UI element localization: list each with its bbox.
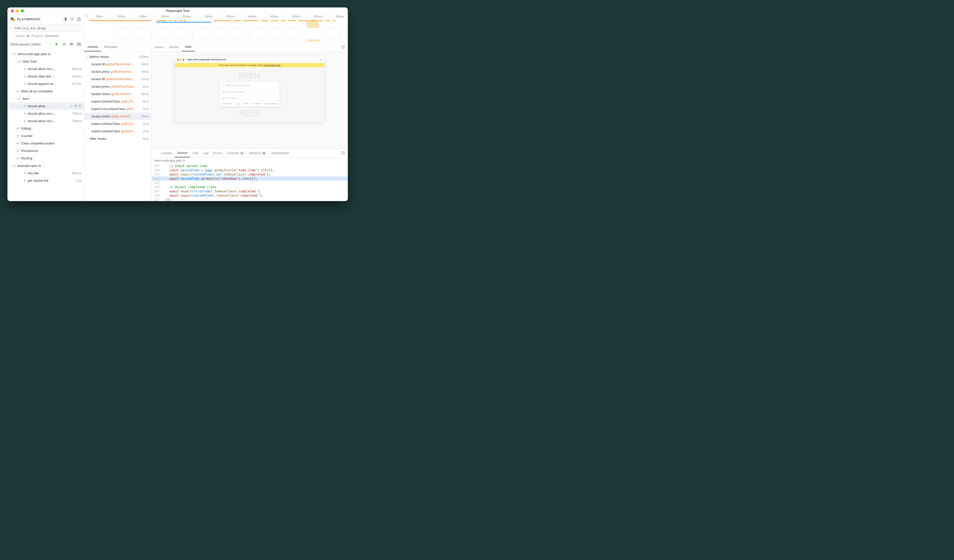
split-view-icon[interactable] <box>340 150 346 156</box>
tree-row[interactable]: ⌄ ✓demo-todo-app.spec.ts <box>8 50 84 58</box>
chevron-icon[interactable]: ⌄ <box>16 97 19 100</box>
pick-locator-icon[interactable] <box>154 150 159 156</box>
timeline-tick: 350ms <box>226 15 235 18</box>
tree-row[interactable]: ⌄ ✓example.spec.ts <box>8 162 84 169</box>
tab-after[interactable]: After <box>182 43 195 51</box>
tree-row[interactable]: ✓should append ne…927ms <box>8 80 84 87</box>
tab-call[interactable]: Call <box>190 149 201 157</box>
tree-row[interactable]: › ✓Counter <box>8 132 84 140</box>
tab-actions[interactable]: Actions <box>84 43 101 51</box>
test-tree[interactable]: ⌄ ✓demo-todo-app.spec.ts⌄ ✓New Todo✓shou… <box>8 49 84 201</box>
action-row[interactable]: expect.not.toHaveClass getB…2ms <box>84 105 151 112</box>
timeline-frame[interactable] <box>230 28 246 40</box>
tab-attachments[interactable]: Attachments <box>269 149 292 157</box>
theme-toggle-icon[interactable] <box>62 16 68 22</box>
action-row[interactable]: locator.fill getByPlaceholder…18ms <box>84 60 151 68</box>
timeline-tick: 250ms <box>182 15 191 18</box>
timeline-frame[interactable] <box>268 28 284 40</box>
action-name: locator.press getByPlacehold… <box>92 85 141 89</box>
watch-icon[interactable] <box>69 42 74 47</box>
chevron-icon[interactable]: ⌄ <box>11 52 13 56</box>
tree-row[interactable]: ✓should allow me t…740ms <box>8 110 84 117</box>
action-row[interactable]: locator.press getByPlacehold…8ms <box>84 82 151 90</box>
tree-row[interactable]: ⌄ ✓Item <box>8 95 84 102</box>
timeline-frame[interactable] <box>306 28 321 40</box>
tree-row[interactable]: ✓has title591ms <box>8 169 84 177</box>
tab-metadata[interactable]: Metadata <box>101 43 120 51</box>
action-name: After Hooks <box>89 137 141 140</box>
tree-row[interactable]: › ✓Mark all as completed <box>8 87 84 95</box>
tab-network[interactable]: Network6 <box>247 149 269 157</box>
timeline-frame[interactable] <box>192 28 208 40</box>
timeline-frame[interactable] <box>154 28 170 40</box>
tree-label: Counter <box>21 134 82 138</box>
action-row[interactable]: expect.toHaveClass getByTe…4ms <box>84 98 151 105</box>
run-icon[interactable]: ▷ <box>71 104 73 108</box>
code-line: 147 }); <box>151 198 348 201</box>
action-row[interactable]: locator.check getByTestId('t…55ms <box>84 90 151 98</box>
show-browser-icon[interactable]: ⧉ <box>75 104 77 108</box>
popout-icon[interactable] <box>340 44 346 50</box>
watch-icon[interactable]: 👁 <box>78 104 82 108</box>
todos-heading: todos <box>175 70 324 80</box>
tree-row[interactable]: ⌄ ✓New Todo <box>8 58 84 65</box>
tree-row[interactable]: ✓should allow me t…708ms <box>8 117 84 124</box>
timeline-frame[interactable] <box>136 28 151 40</box>
timeline-frame[interactable] <box>117 28 132 40</box>
tree-row[interactable]: › ✓Clear completed button <box>8 140 84 147</box>
timeline-frame[interactable] <box>324 28 340 40</box>
collapse-icon[interactable] <box>76 42 82 47</box>
tree-row[interactable]: › ✓Persistence <box>8 147 84 154</box>
timeline[interactable]: 050ms100ms150ms200ms250ms300ms350ms400ms… <box>84 14 348 43</box>
svg-rect-5 <box>78 43 81 45</box>
chevron-icon[interactable]: ⌄ <box>11 164 13 167</box>
tab-errors[interactable]: Errors <box>211 149 224 157</box>
action-row[interactable]: ›Before Hooks330ms <box>84 53 151 60</box>
tab-log[interactable]: Log <box>201 149 211 157</box>
run-all-icon[interactable] <box>54 42 59 47</box>
chevron-right-icon[interactable]: › <box>10 26 11 30</box>
page-snapshot: ≡ This is just a demo of TodoMVC for tes… <box>175 56 324 121</box>
tree-row[interactable]: ✓should clear text …839ms <box>8 73 84 80</box>
code-line: 145 await expect(firstTodo).toHaveClass(… <box>151 189 348 193</box>
action-row[interactable]: expect.toHaveClass getByTe…2ms <box>84 128 151 135</box>
timeline-frame[interactable] <box>211 28 227 40</box>
chevron-icon[interactable]: ⌄ <box>16 59 19 63</box>
timeline-tick: 50ms <box>96 15 103 18</box>
layout-toggle-icon[interactable] <box>76 16 82 22</box>
actions-list[interactable]: ›Before Hooks330mslocator.fill getByPlac… <box>84 51 151 201</box>
action-duration: 3ms <box>143 122 149 126</box>
tab-source[interactable]: Source <box>175 149 190 157</box>
check-icon: ✓ <box>23 67 26 71</box>
timeline-frame[interactable] <box>173 28 189 40</box>
action-row[interactable]: locator.check getByTestId('t…28ms <box>84 112 151 120</box>
tree-label: should allow me t… <box>28 67 70 71</box>
action-row[interactable]: ›After Hooks5ms <box>84 135 151 142</box>
stop-icon[interactable] <box>61 42 67 47</box>
source-code[interactable]: 139 // Check second item.140 const secon… <box>151 164 348 201</box>
action-row[interactable]: locator.fill getByPlaceholder(…11ms <box>84 75 151 82</box>
check-icon: ✓ <box>17 134 20 138</box>
check-icon: ✓ <box>17 89 20 93</box>
duration: 591ms <box>72 171 82 175</box>
tab-before[interactable]: Before <box>167 43 182 51</box>
action-name: expect.toHaveClass getByTe… <box>92 129 141 133</box>
tree-row[interactable]: ✓should allow …▷⧉👁 <box>8 102 84 110</box>
tree-row[interactable]: › ✓Routing <box>8 154 84 162</box>
tree-row[interactable]: ✓get started link1.0s <box>8 177 84 184</box>
tab-console[interactable]: Console1 <box>224 149 247 157</box>
tab-locator[interactable]: Locator <box>159 149 175 157</box>
tab-action[interactable]: Action <box>151 43 167 51</box>
action-row[interactable]: expect.toHaveClass getByTe…3ms <box>84 120 151 128</box>
timeline-frame[interactable] <box>287 28 302 40</box>
action-row[interactable]: locator.press getByPlacehol…34ms <box>84 68 151 75</box>
reload-icon[interactable] <box>69 16 75 22</box>
pass-summary: 26/26 passed (100%) <box>10 42 52 46</box>
tree-row[interactable]: ✓should allow me t…896ms <box>8 65 84 73</box>
filter-input[interactable] <box>12 25 82 31</box>
tree-label: Clear completed button <box>21 142 82 145</box>
brand-label: PLAYWRIGHT <box>17 17 61 21</box>
timeline-tick: 400ms <box>248 15 256 18</box>
timeline-frame[interactable] <box>249 28 265 40</box>
tree-row[interactable]: › ✓Editing <box>8 124 84 132</box>
